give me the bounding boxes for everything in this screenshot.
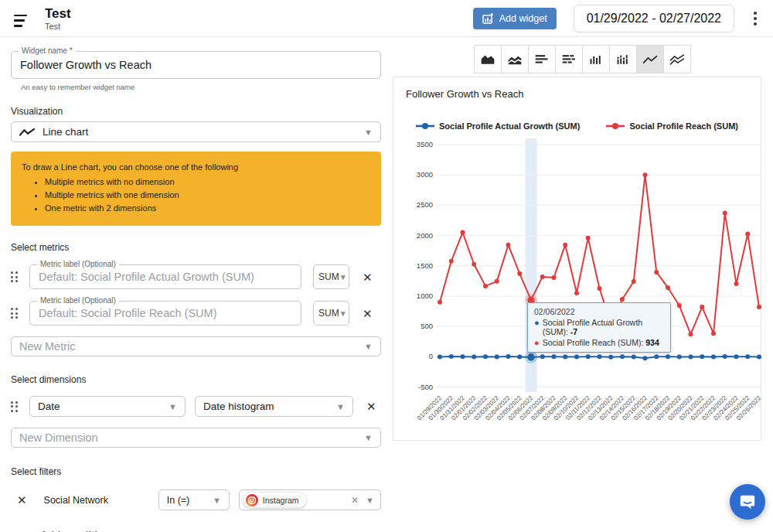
stacked-column-chart-button[interactable] — [609, 45, 637, 73]
data-point — [700, 354, 704, 359]
data-point — [483, 284, 488, 288]
dimension-field-select[interactable]: Date ▼ — [29, 396, 186, 417]
metric-label: Metric label (Optional) — [37, 296, 119, 305]
visualization-value: Line chart — [43, 126, 88, 138]
filter-value-chip[interactable]: Instagram — [243, 492, 308, 508]
date-range-value: 01/29/2022 - 02/27/2022 — [587, 12, 721, 26]
data-point — [654, 354, 659, 359]
filter-operator-value: In (=) — [167, 495, 190, 506]
data-point — [598, 354, 602, 359]
menu-icon[interactable] — [14, 15, 29, 27]
drag-handle-icon[interactable] — [11, 401, 19, 412]
chart-plot-area[interactable]: 3500300025002000150010005000-50001/29/20… — [405, 137, 749, 434]
svg-text:2500: 2500 — [417, 200, 433, 209]
dimension-field-value: Date — [38, 401, 60, 412]
chevron-down-icon: ▼ — [364, 128, 373, 137]
multi-line-chart-button[interactable] — [663, 45, 691, 73]
svg-text:-500: -500 — [418, 383, 433, 391]
data-point — [632, 354, 636, 359]
chat-launcher-button[interactable] — [730, 484, 765, 520]
visualization-label: Visualization — [11, 106, 381, 117]
notice-item: Multiple metrics with one dimension — [45, 190, 370, 200]
metric-row: Metric label (Optional) SUM ▼ ✕ — [11, 264, 381, 289]
visualization-select[interactable]: Line chart ▼ — [11, 121, 381, 142]
chevron-down-icon: ▼ — [366, 496, 374, 505]
date-range-picker[interactable]: 01/29/2022 - 02/27/2022 — [574, 5, 734, 32]
remove-filter-icon[interactable]: ✕ — [17, 494, 27, 506]
filter-row: ✕ Social Network In (=) ▼ Instagram — [11, 489, 381, 510]
report-title-block: Test Test — [45, 6, 71, 31]
data-point — [620, 354, 625, 359]
metric-label-field: Metric label (Optional) — [29, 301, 301, 326]
data-point — [620, 297, 625, 302]
metric-label-field: Metric label (Optional) — [29, 264, 301, 289]
svg-text:2000: 2000 — [417, 231, 433, 240]
data-point — [527, 353, 534, 360]
instagram-icon — [246, 494, 258, 506]
filter-operator-select[interactable]: In (=) ▼ — [158, 489, 230, 510]
data-point — [689, 354, 693, 359]
legend-item[interactable]: Social Profile Actual Growth (SUM) — [416, 121, 580, 131]
chart-title: Follower Growth vs Reach — [406, 88, 749, 100]
stacked-horizontal-bar-chart-button[interactable] — [555, 45, 583, 73]
remove-metric-icon[interactable]: ✕ — [363, 271, 373, 283]
filter-value-select[interactable]: Instagram ✕ ▼ — [239, 489, 381, 510]
tooltip-row: ●Social Profile Actual Growth (SUM): -7 — [534, 318, 664, 336]
data-point — [517, 355, 522, 360]
aggregation-select[interactable]: SUM ▼ — [313, 264, 349, 289]
data-point — [438, 355, 442, 360]
line-chart-svg[interactable]: 3500300025002000150010005000-50001/29/20… — [405, 137, 762, 431]
data-point — [563, 354, 567, 359]
data-point — [666, 354, 670, 359]
add-condition-button[interactable]: ＋ Add condition — [20, 526, 381, 532]
column-chart-icon — [588, 53, 604, 66]
select-dimensions-label: Select dimensions — [11, 374, 381, 385]
dimension-histogram-select[interactable]: Date histogram ▼ — [195, 396, 353, 417]
top-bar: Test Test Add widget 01/29/2022 - 02/27/… — [0, 0, 773, 37]
svg-text:3000: 3000 — [417, 170, 433, 179]
more-options-icon[interactable] — [748, 12, 762, 26]
drag-handle-icon[interactable] — [11, 271, 19, 282]
data-point — [745, 232, 750, 237]
clear-value-icon[interactable]: ✕ — [351, 495, 359, 506]
widget-name-helper: An easy to remember widget name — [21, 83, 381, 91]
notice-list: Multiple metrics with no dimension Multi… — [45, 177, 370, 213]
chevron-down-icon: ▼ — [339, 309, 347, 318]
widget-name-field: Widget name * — [11, 51, 381, 79]
data-point — [711, 331, 716, 336]
line-chart-button[interactable] — [636, 45, 664, 73]
data-point — [745, 354, 750, 359]
chevron-down-icon: ▼ — [336, 402, 345, 411]
dimension-row: Date ▼ Date histogram ▼ ✕ — [11, 396, 381, 417]
chart-preview-panel: Follower Growth vs Reach Social Profile … — [392, 37, 773, 532]
chart-legend: Social Profile Actual Growth (SUM)Social… — [405, 121, 749, 131]
column-chart-button[interactable] — [582, 45, 610, 73]
legend-item[interactable]: Social Profile Reach (SUM) — [606, 121, 738, 131]
horizontal-bar-chart-button[interactable] — [528, 45, 556, 73]
metric-label-input[interactable] — [30, 302, 301, 325]
metric-label-input[interactable] — [30, 265, 301, 288]
aggregation-select[interactable]: SUM ▼ — [313, 301, 349, 326]
data-point — [552, 354, 557, 359]
data-point — [757, 305, 761, 309]
stacked-area-chart-button[interactable] — [501, 45, 529, 73]
notice-item: One metric with 2 dimensions — [45, 203, 370, 213]
metric-row: Metric label (Optional) SUM ▼ ✕ — [11, 301, 381, 326]
plus-icon: ＋ — [20, 526, 33, 532]
add-widget-button[interactable]: Add widget — [473, 8, 557, 29]
data-point — [598, 286, 602, 291]
page-subtitle: Test — [45, 22, 71, 31]
widget-name-label: Widget name * — [19, 46, 76, 55]
svg-text:0: 0 — [429, 352, 433, 360]
add-widget-label: Add widget — [499, 13, 547, 24]
new-dimension-select[interactable]: New Dimension ▼ — [11, 428, 381, 448]
data-point — [643, 356, 648, 360]
widget-name-input[interactable] — [12, 52, 380, 78]
remove-metric-icon[interactable]: ✕ — [363, 308, 373, 319]
legend-label: Social Profile Actual Growth (SUM) — [439, 121, 580, 131]
area-chart-button[interactable] — [474, 45, 502, 73]
new-metric-select[interactable]: New Metric ▼ — [11, 336, 381, 356]
drag-handle-icon[interactable] — [11, 308, 19, 319]
remove-dimension-icon[interactable]: ✕ — [366, 401, 376, 412]
data-point — [757, 354, 761, 359]
